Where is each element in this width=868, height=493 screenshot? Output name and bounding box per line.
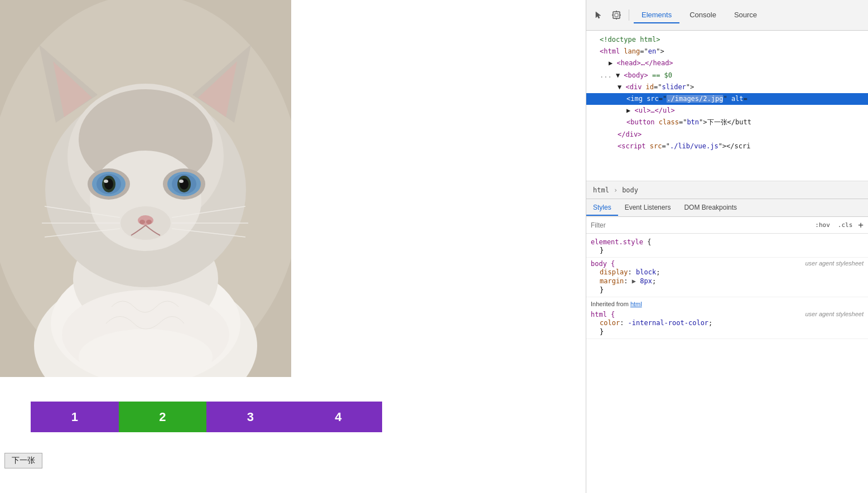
cursor-icon-btn[interactable] <box>591 7 606 23</box>
svg-point-28 <box>146 220 152 224</box>
slider-btn-2[interactable]: 2 <box>119 402 207 432</box>
dom-line-img[interactable]: <img src="./images/2.jpg" alt= <box>586 93 868 105</box>
display-prop[interactable]: display: block; <box>591 268 864 277</box>
tab-divider <box>629 9 629 21</box>
svg-rect-37 <box>613 12 620 18</box>
inspect-icon-btn[interactable] <box>609 7 624 23</box>
slider-btn-3[interactable]: 3 <box>206 402 295 432</box>
svg-point-19 <box>104 180 108 183</box>
body-selector[interactable]: body { user agent stylesheet <box>591 260 864 268</box>
body-rule-close: } <box>591 286 864 294</box>
styles-tabs: Styles Event Listeners DOM Breakpoints <box>586 199 868 217</box>
tab-source[interactable]: Source <box>726 7 765 23</box>
dom-breadcrumb: html › body <box>586 181 868 199</box>
doctype-text: <!doctype html> <box>600 36 660 44</box>
element-style-close: } <box>591 246 864 255</box>
slider-btn-1[interactable]: 1 <box>31 402 119 432</box>
dom-line-body[interactable]: ... ▼ <body> == $0 <box>586 70 868 81</box>
dom-line-script[interactable]: <script src="./lib/vue.js"></scri <box>586 141 868 152</box>
tab-elements[interactable]: Elements <box>634 7 679 23</box>
browser-viewport: 1 2 3 4 下一张 <box>0 0 586 493</box>
svg-point-26 <box>138 215 153 225</box>
filter-buttons: :hov .cls + <box>813 220 864 230</box>
color-prop[interactable]: color: -internal-root-color; <box>591 318 864 327</box>
cls-btn[interactable]: .cls <box>836 221 855 229</box>
next-button[interactable]: 下一张 <box>4 453 42 468</box>
slider-btn-4[interactable]: 4 <box>295 402 383 432</box>
body-rule: body { user agent stylesheet display: bl… <box>586 258 868 297</box>
svg-point-24 <box>179 180 184 183</box>
breadcrumb-html[interactable]: html <box>591 186 611 195</box>
inherited-html-link[interactable]: html <box>630 301 642 307</box>
tab-console[interactable]: Console <box>682 7 724 23</box>
dom-line-div-close[interactable]: </div> <box>586 129 868 141</box>
svg-point-27 <box>139 220 145 224</box>
dom-tree: <!doctype html> <html lang="en"> ▶ <head… <box>586 31 868 181</box>
devtools-top-tabs: Elements Console Source <box>586 0 868 31</box>
html-open: <html <box>600 47 624 55</box>
html-rule: html { user agent stylesheet color: -int… <box>586 308 868 339</box>
dom-line-html[interactable]: <html lang="en"> <box>586 46 868 57</box>
html-selector[interactable]: html { user agent stylesheet <box>591 311 864 318</box>
filter-bar: :hov .cls + <box>586 217 868 234</box>
hov-btn[interactable]: :hov <box>813 221 832 229</box>
element-style-selector[interactable]: element.style { <box>591 238 864 246</box>
breadcrumb-body[interactable]: body <box>620 186 640 195</box>
dom-line-doctype[interactable]: <!doctype html> <box>586 34 868 46</box>
dom-line-head[interactable]: ▶ <head>…</head> <box>586 57 868 69</box>
devtools-panel: Elements Console Source <!doctype html> … <box>586 0 868 493</box>
styles-content: element.style { } body { user agent styl… <box>586 234 868 493</box>
dom-line-button[interactable]: <button class="btn">下一张</butt <box>586 117 868 128</box>
inherited-label: Inherited from html <box>586 297 868 308</box>
element-style-rule: element.style { } <box>586 236 868 258</box>
filter-input[interactable] <box>591 221 808 229</box>
html-rule-close: } <box>591 327 864 336</box>
styles-tab-styles[interactable]: Styles <box>586 200 618 216</box>
styles-tab-dom-breakpoints[interactable]: DOM Breakpoints <box>677 200 744 216</box>
cat-image <box>0 0 291 377</box>
dom-line-div-slider[interactable]: ▼ <div id="slider"> <box>586 81 868 93</box>
add-style-btn[interactable]: + <box>858 220 864 230</box>
margin-prop[interactable]: margin: ▶ 8px; <box>591 277 864 286</box>
styles-tab-event-listeners[interactable]: Event Listeners <box>618 200 678 216</box>
svg-rect-38 <box>615 13 618 17</box>
slider-nav: 1 2 3 4 <box>31 402 382 432</box>
dom-line-ul[interactable]: ▶ <ul>…</ul> <box>586 105 868 117</box>
